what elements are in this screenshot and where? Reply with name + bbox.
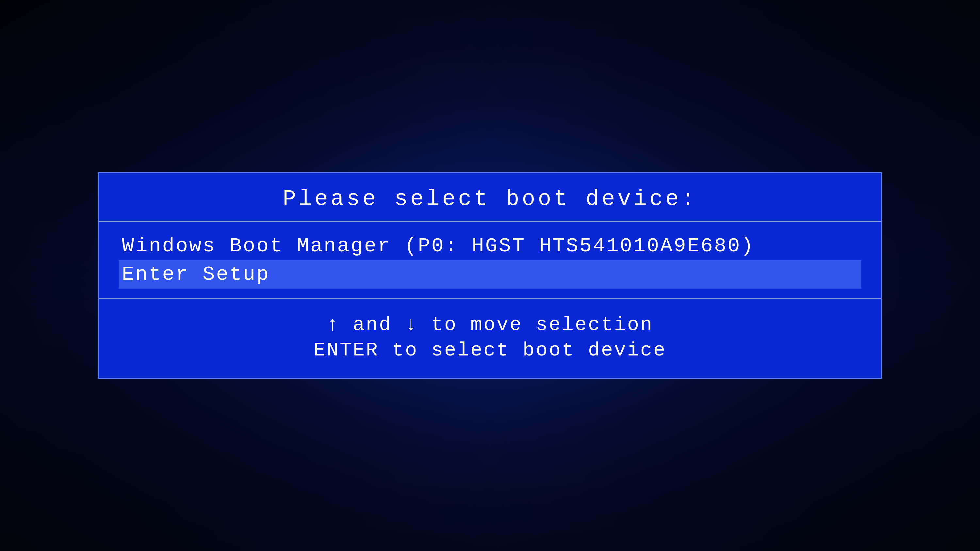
bios-dialog: Please select boot device: Windows Boot … bbox=[98, 172, 882, 379]
bios-items-section: Windows Boot Manager (P0: HGST HTS541010… bbox=[99, 222, 881, 299]
bios-footer-line-2: ENTER to select boot device bbox=[119, 339, 861, 361]
boot-option-setup[interactable]: Enter Setup bbox=[119, 260, 861, 289]
bios-title: Please select boot device: bbox=[119, 186, 861, 211]
bios-title-section: Please select boot device: bbox=[99, 173, 881, 222]
bios-footer-line-1: ↑ and ↓ to move selection bbox=[119, 314, 861, 336]
bios-footer-section: ↑ and ↓ to move selection ENTER to selec… bbox=[99, 299, 881, 378]
boot-option-windows[interactable]: Windows Boot Manager (P0: HGST HTS541010… bbox=[119, 232, 861, 260]
